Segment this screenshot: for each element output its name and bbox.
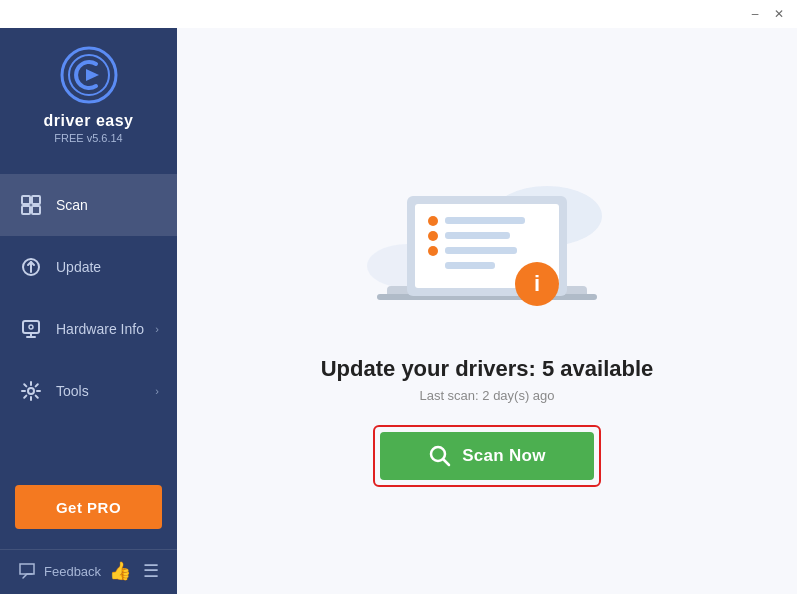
svg-point-18 [428,231,438,241]
sidebar-item-update[interactable]: Update [0,236,177,298]
svg-rect-20 [445,217,525,224]
feedback-icon [18,562,36,580]
svg-text:i: i [534,271,540,296]
app-name: driver easy [43,112,133,130]
svg-rect-3 [22,196,30,204]
scan-now-button[interactable]: Scan Now [380,432,594,480]
close-button[interactable]: ✕ [769,4,789,24]
sidebar-bottom: Feedback 👍 ☰ [0,549,177,594]
main-content: i Update your drivers: 5 available Last … [177,0,797,594]
scan-now-search-icon [428,444,452,468]
feedback-label: Feedback [44,564,101,579]
bottom-icons: 👍 ☰ [109,560,159,582]
get-pro-button[interactable]: Get PRO [15,485,162,529]
sidebar-item-hardware-info[interactable]: Hardware Info › [0,298,177,360]
hardware-info-icon [18,316,44,342]
minimize-button[interactable]: – [745,4,765,24]
sidebar-item-scan-label: Scan [56,197,159,213]
illustration: i [327,136,647,336]
last-scan-text: Last scan: 2 day(s) ago [419,388,554,403]
svg-rect-5 [32,196,40,204]
logo-area: driver easy FREE v5.6.14 [0,28,177,164]
app-version: FREE v5.6.14 [54,132,122,144]
sidebar-item-update-label: Update [56,259,159,275]
tools-icon [18,378,44,404]
svg-point-17 [428,216,438,226]
sidebar-item-scan[interactable]: Scan [0,174,177,236]
sidebar-item-tools[interactable]: Tools › [0,360,177,422]
svg-point-19 [428,246,438,256]
scan-now-label: Scan Now [462,446,546,466]
app-wrapper: driver easy FREE v5.6.14 Scan [0,0,797,594]
svg-point-9 [29,325,33,329]
sidebar: driver easy FREE v5.6.14 Scan [0,0,177,594]
tools-arrow-icon: › [155,385,159,397]
scan-now-wrapper: Scan Now [373,425,601,487]
list-icon[interactable]: ☰ [143,560,159,582]
title-bar: – ✕ [0,0,797,28]
scan-icon [18,192,44,218]
sidebar-item-tools-label: Tools [56,383,155,399]
svg-rect-22 [445,247,517,254]
app-logo [60,46,118,104]
feedback-item[interactable]: Feedback [18,562,101,580]
thumbs-up-icon[interactable]: 👍 [109,560,131,582]
svg-rect-8 [23,321,39,333]
nav-items: Scan Update [0,174,177,485]
update-icon [18,254,44,280]
svg-marker-2 [86,69,99,81]
svg-rect-6 [32,206,40,214]
hardware-info-arrow-icon: › [155,323,159,335]
svg-rect-23 [445,262,495,269]
svg-rect-21 [445,232,510,239]
svg-rect-4 [22,206,30,214]
svg-point-10 [28,388,34,394]
update-title: Update your drivers: 5 available [321,356,654,382]
sidebar-item-hardware-info-label: Hardware Info [56,321,155,337]
